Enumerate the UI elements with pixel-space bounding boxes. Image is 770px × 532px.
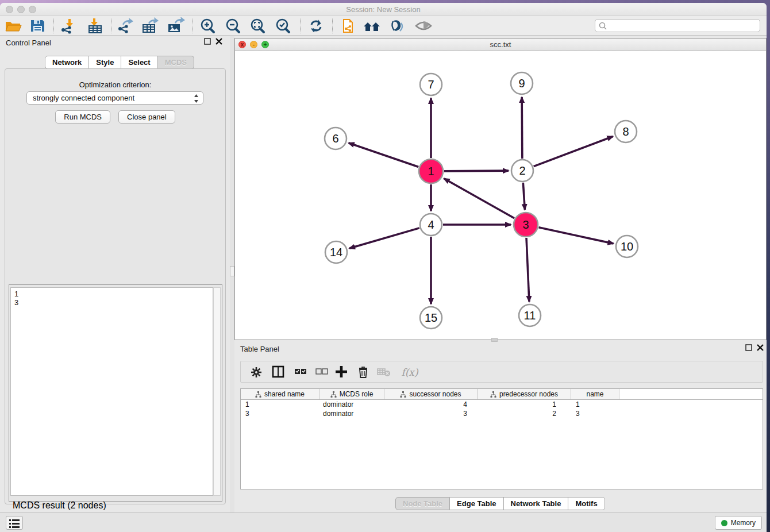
result-scrollbar[interactable] — [213, 287, 221, 496]
task-history-button[interactable] — [6, 516, 23, 530]
deselect-all-icon[interactable] — [314, 364, 331, 380]
refresh-icon[interactable] — [306, 17, 326, 34]
clone-network-icon[interactable] — [338, 17, 357, 34]
tab-select[interactable]: Select — [121, 56, 157, 69]
table-cell[interactable]: 4 — [384, 400, 478, 409]
edge-2-8[interactable] — [534, 136, 613, 166]
network-maximize-icon[interactable]: + — [261, 41, 269, 48]
network-minimize-icon[interactable]: - — [250, 41, 257, 48]
delete-row-icon[interactable] — [355, 364, 372, 380]
export-image-icon[interactable] — [165, 17, 185, 34]
close-panel-icon[interactable] — [215, 38, 222, 45]
show-columns-icon[interactable] — [270, 364, 287, 380]
function-builder-icon[interactable]: f(x) — [397, 364, 422, 380]
tab-edge-table[interactable]: Edge Table — [450, 497, 503, 510]
control-panel-buttons — [204, 38, 222, 45]
sitemap-icon — [400, 391, 406, 398]
node-label-3: 3 — [522, 218, 529, 231]
close-table-panel-icon[interactable] — [757, 344, 764, 351]
save-session-icon[interactable] — [28, 17, 47, 34]
table-toolbar: f(x) — [240, 361, 763, 383]
splitter-grip[interactable] — [230, 266, 234, 276]
tab-style[interactable]: Style — [89, 56, 121, 69]
float-panel-icon[interactable] — [204, 38, 211, 45]
column-header-successor-nodes[interactable]: successor nodes — [384, 389, 478, 399]
column-header-MCDS-role[interactable]: MCDS role — [319, 389, 384, 399]
status-bar: Memory — [0, 512, 767, 532]
table-row[interactable]: 3dominator323 — [241, 409, 763, 418]
edge-2-9[interactable] — [522, 97, 522, 159]
tab-mcds[interactable]: MCDS — [158, 56, 194, 69]
table-cell[interactable]: 2 — [478, 409, 571, 418]
apply-style-icon[interactable] — [388, 17, 407, 34]
control-panel-tabs: NetworkStyleSelectMCDS — [45, 56, 194, 69]
node-table[interactable]: shared nameMCDS rolesuccessor nodesprede… — [240, 388, 763, 489]
zoom-in-icon[interactable] — [198, 17, 218, 34]
export-network-icon[interactable] — [116, 17, 135, 34]
result-item[interactable]: 1 — [14, 290, 209, 298]
tab-node-table[interactable]: Node Table — [395, 497, 450, 510]
network-close-icon[interactable]: x — [238, 41, 246, 48]
close-panel-button[interactable]: Close panel — [118, 110, 175, 124]
edge-3-10[interactable] — [538, 228, 613, 244]
maximize-window-icon[interactable] — [29, 6, 36, 13]
memory-button[interactable]: Memory — [715, 516, 762, 530]
open-session-icon[interactable] — [3, 17, 23, 34]
column-header-predecessor-nodes[interactable]: predecessor nodes — [478, 389, 571, 399]
import-table-icon[interactable] — [86, 17, 105, 34]
tab-network-table[interactable]: Network Table — [504, 497, 569, 510]
toolbar-separator — [332, 18, 333, 33]
table-row[interactable]: 1dominator411 — [241, 400, 763, 409]
result-item[interactable]: 3 — [14, 298, 209, 307]
tab-motifs[interactable]: Motifs — [568, 497, 605, 510]
edge-1-6[interactable] — [349, 143, 419, 167]
add-row-icon[interactable] — [333, 364, 350, 380]
node-label-6: 6 — [332, 132, 338, 145]
close-window-icon[interactable] — [6, 6, 13, 13]
horizontal-splitter-grip[interactable] — [491, 338, 498, 342]
memory-status-icon — [721, 520, 727, 526]
column-header-name[interactable]: name — [571, 389, 619, 399]
mcds-result-list[interactable]: 13 — [10, 287, 213, 496]
select-all-icon[interactable] — [292, 364, 310, 380]
network-graph[interactable]: 7968124314101511 — [235, 51, 766, 340]
main-toolbar — [0, 16, 767, 36]
edge-2-3[interactable] — [523, 183, 525, 210]
minimize-window-icon[interactable] — [17, 6, 25, 13]
app-titlebar[interactable]: Session: New Session — [0, 3, 767, 16]
float-table-panel-icon[interactable] — [745, 344, 752, 351]
table-cell[interactable]: 3 — [241, 409, 319, 418]
optimization-criterion-select[interactable]: strongly connected component — [26, 91, 203, 105]
run-mcds-button[interactable]: Run MCDS — [55, 110, 110, 124]
mcds-result-title: MCDS result (2 nodes) — [13, 500, 106, 511]
zoom-selected-icon[interactable] — [274, 17, 293, 34]
edge-3-1[interactable] — [444, 179, 514, 218]
first-neighbors-icon[interactable] — [363, 17, 382, 34]
zoom-out-icon[interactable] — [224, 17, 243, 34]
edge-1-2[interactable] — [444, 171, 509, 171]
node-label-14: 14 — [330, 246, 342, 259]
column-header-shared-name[interactable]: shared name — [241, 389, 319, 399]
table-options-icon[interactable] — [248, 364, 265, 380]
network-canvas[interactable]: 7968124314101511 — [235, 51, 766, 340]
table-cell[interactable]: 3 — [571, 409, 619, 418]
network-window-titlebar[interactable]: x - + scc.txt — [235, 38, 766, 51]
table-cell[interactable]: 3 — [384, 409, 478, 418]
zoom-fit-icon[interactable] — [248, 17, 268, 34]
table-cell[interactable]: 1 — [571, 400, 619, 409]
edge-4-14[interactable] — [349, 228, 419, 248]
export-table-icon[interactable] — [140, 17, 160, 34]
table-cell[interactable]: 1 — [478, 400, 571, 409]
toolbar-separator — [300, 18, 301, 33]
search-input[interactable] — [595, 19, 760, 32]
table-cell[interactable]: dominator — [319, 409, 384, 418]
table-cell[interactable]: dominator — [319, 400, 384, 409]
vertical-splitter[interactable] — [230, 36, 234, 512]
tab-network[interactable]: Network — [45, 56, 89, 69]
table-cell[interactable]: 1 — [241, 400, 319, 409]
import-network-icon[interactable] — [59, 17, 79, 34]
table-panel-title: Table Panel — [240, 345, 279, 353]
edge-3-11[interactable] — [526, 238, 529, 302]
show-hide-icon[interactable] — [414, 17, 433, 34]
delete-table-icon[interactable] — [375, 364, 392, 380]
